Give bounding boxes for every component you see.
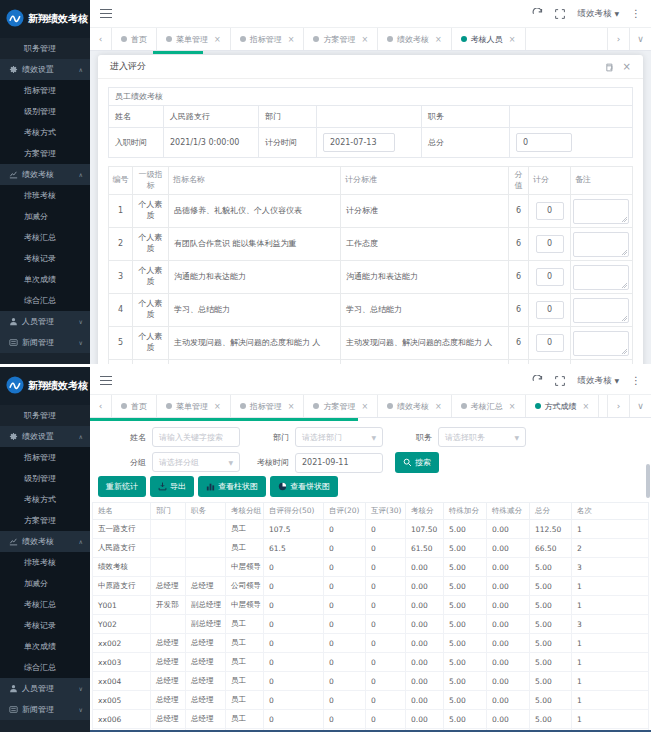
summary-row[interactable]: xx003总经理总经理员工0000.005.000.005.001 <box>93 653 649 672</box>
user-menu[interactable]: 绩效考核▼ <box>577 8 619 20</box>
sidebar-item-加减分[interactable]: 加减分 <box>0 573 90 594</box>
total-score-input[interactable]: 0 <box>516 133 572 152</box>
tab-指标管理[interactable]: 指标管理× <box>231 28 305 50</box>
sidebar-item-指标管理[interactable]: 指标管理 <box>0 447 90 468</box>
sidebar-item-方案管理[interactable]: 方案管理 <box>0 143 90 164</box>
score-input[interactable]: 0 <box>536 235 564 253</box>
sidebar-item-排班考核[interactable]: 排班考核 <box>0 185 90 206</box>
summary-row[interactable]: 人民路支行员工61.50061.505.000.0066.502 <box>93 539 649 558</box>
tabs-scroll-left-icon[interactable]: ‹ <box>90 28 112 50</box>
job-select[interactable]: 请选择职务▼ <box>438 427 526 447</box>
score-input[interactable]: 0 <box>536 334 564 352</box>
export-button[interactable]: 导出 <box>150 476 194 497</box>
fullscreen-icon[interactable] <box>555 371 565 390</box>
sidebar-item-考核方式[interactable]: 考核方式 <box>0 489 90 510</box>
sidebar-item-考核记录[interactable]: 考核记录 <box>0 615 90 636</box>
sidebar-item-考核汇总[interactable]: 考核汇总 <box>0 227 90 248</box>
score-input[interactable]: 0 <box>536 268 564 286</box>
tabs-scroll-left-icon[interactable]: ‹ <box>90 395 112 417</box>
tab-close-icon[interactable]: × <box>509 402 516 411</box>
sidebar-item-级别管理[interactable]: 级别管理 <box>0 101 90 122</box>
tab-close-icon[interactable]: × <box>214 402 221 411</box>
sidebar-item-职务管理[interactable]: 职务管理 <box>0 405 90 426</box>
more-options-icon[interactable]: ⋮ <box>631 375 641 386</box>
menu-toggle-icon[interactable] <box>100 9 112 18</box>
tabs-scroll-right-icon[interactable]: › <box>607 28 629 50</box>
fullscreen-icon[interactable] <box>555 4 565 23</box>
tab-考核记录[interactable]: 考核记录× <box>599 395 607 417</box>
summary-row[interactable]: xx006总经理总经理员工0000.005.000.005.001 <box>93 710 649 729</box>
tabs-scroll-right-icon[interactable]: › <box>607 395 629 417</box>
tab-指标管理[interactable]: 指标管理× <box>231 395 305 417</box>
tab-绩效考核[interactable]: 绩效考核× <box>378 395 452 417</box>
summary-row[interactable]: xx004总经理总经理员工0000.005.000.005.001 <box>93 672 649 691</box>
refresh-icon[interactable] <box>532 371 543 390</box>
sidebar-item-人员管理[interactable]: 人员管理∨ <box>0 678 90 699</box>
sidebar-item-绩效考核[interactable]: 绩效考核∧ <box>0 164 90 185</box>
tab-考核汇总[interactable]: 考核汇总× <box>452 395 526 417</box>
sidebar-item-绩效设置[interactable]: 绩效设置∧ <box>0 59 90 80</box>
scrollbar-thumb[interactable] <box>646 464 650 498</box>
refresh-icon[interactable] <box>532 4 543 23</box>
name-search-input[interactable]: 请输入关键字搜索 <box>152 427 240 447</box>
tab-绩效考核[interactable]: 绩效考核× <box>378 28 452 50</box>
tab-close-icon[interactable]: × <box>583 402 590 411</box>
sidebar-item-新闻管理[interactable]: 新闻管理∨ <box>0 699 90 720</box>
search-button[interactable]: 搜索 <box>395 452 439 473</box>
sidebar-item-排班考核[interactable]: 排班考核 <box>0 552 90 573</box>
tab-close-icon[interactable]: × <box>435 402 442 411</box>
sidebar-item-人员管理[interactable]: 人员管理∨ <box>0 311 90 332</box>
tab-close-icon[interactable]: × <box>435 35 442 44</box>
summary-row[interactable]: Y002副总经理员工0000.005.000.005.003 <box>93 615 649 634</box>
tabs-menu-icon[interactable]: ∨ <box>629 28 651 50</box>
sidebar-item-考核汇总[interactable]: 考核汇总 <box>0 594 90 615</box>
remark-textarea[interactable] <box>573 331 629 356</box>
tab-close-icon[interactable]: × <box>361 35 368 44</box>
summary-row[interactable]: 中原路支行总经理总经理公司领导0000.005.000.005.001 <box>93 577 649 596</box>
remark-textarea[interactable] <box>573 364 629 365</box>
summary-row[interactable]: 五一路支行员工107.500107.505.000.00112.501 <box>93 520 649 539</box>
sidebar-item-绩效考核[interactable]: 绩效考核∧ <box>0 531 90 552</box>
tab-close-icon[interactable]: × <box>361 402 368 411</box>
assess-date-input[interactable]: 2021-09-11 <box>295 453 383 473</box>
user-menu[interactable]: 绩效考核▼ <box>577 375 619 387</box>
sidebar-item-级别管理[interactable]: 级别管理 <box>0 468 90 489</box>
close-icon[interactable]: × <box>623 61 631 72</box>
sidebar-item-单次成绩[interactable]: 单次成绩 <box>0 636 90 657</box>
tab-close-icon[interactable]: × <box>214 35 221 44</box>
sidebar-item-职务管理[interactable]: 职务管理 <box>0 38 90 59</box>
sidebar-item-综合汇总[interactable]: 综合汇总 <box>0 657 90 678</box>
view-pie-chart-button[interactable]: 查看饼状图 <box>270 476 338 497</box>
score-date-input[interactable]: 2021-07-13 <box>323 133 395 152</box>
sidebar-item-考核记录[interactable]: 考核记录 <box>0 248 90 269</box>
tab-菜单管理[interactable]: 菜单管理× <box>157 28 231 50</box>
remark-textarea[interactable] <box>573 232 629 257</box>
menu-toggle-icon[interactable] <box>100 376 112 385</box>
tab-方式成绩[interactable]: 方式成绩× <box>526 395 600 417</box>
group-select[interactable]: 请选择分组▼ <box>152 452 240 472</box>
view-bar-chart-button[interactable]: 查看柱状图 <box>198 476 266 497</box>
sidebar-item-指标管理[interactable]: 指标管理 <box>0 80 90 101</box>
remark-textarea[interactable] <box>573 265 629 290</box>
tab-首页[interactable]: 首页 <box>112 395 157 417</box>
more-options-icon[interactable]: ⋮ <box>631 8 641 19</box>
tabs-menu-icon[interactable]: ∨ <box>629 395 651 417</box>
tab-close-icon[interactable]: × <box>288 402 295 411</box>
summary-row[interactable]: xx002总经理总经理员工0000.005.000.005.001 <box>93 634 649 653</box>
score-input[interactable]: 0 <box>536 202 564 220</box>
sidebar-item-综合汇总[interactable]: 综合汇总 <box>0 290 90 311</box>
tab-方案管理[interactable]: 方案管理× <box>304 395 378 417</box>
summary-row[interactable]: Y001开发部副总经理中层领导0000.005.000.005.001 <box>93 596 649 615</box>
remark-textarea[interactable] <box>573 298 629 323</box>
sidebar-item-单次成绩[interactable]: 单次成绩 <box>0 269 90 290</box>
remark-textarea[interactable] <box>573 199 629 224</box>
sidebar-item-绩效设置[interactable]: 绩效设置∧ <box>0 426 90 447</box>
dept-select[interactable]: 请选择部门▼ <box>295 427 383 447</box>
score-input[interactable]: 0 <box>536 301 564 319</box>
summary-row[interactable]: 绩效考核中层领导0000.005.000.005.003 <box>93 558 649 577</box>
sidebar-item-新闻管理[interactable]: 新闻管理∨ <box>0 332 90 353</box>
tab-菜单管理[interactable]: 菜单管理× <box>157 395 231 417</box>
sidebar-item-加减分[interactable]: 加减分 <box>0 206 90 227</box>
tab-close-icon[interactable]: × <box>509 35 516 44</box>
summary-row[interactable]: xx005总经理总经理员工0000.005.000.005.001 <box>93 691 649 710</box>
